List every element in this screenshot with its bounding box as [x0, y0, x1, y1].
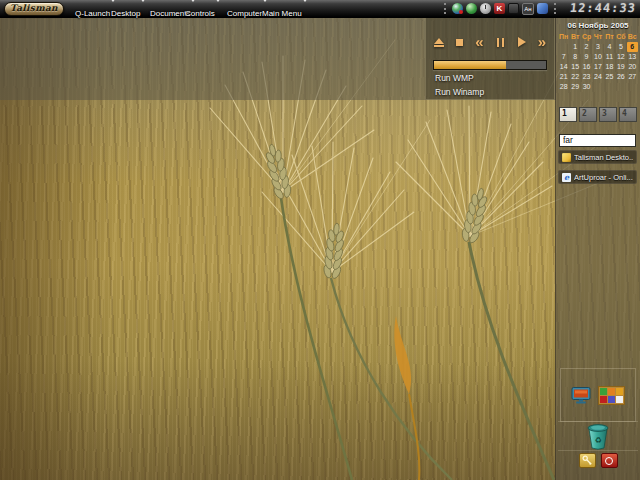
calendar-day[interactable]: 19 [615, 62, 626, 72]
calendar-day-selected[interactable]: 6 [627, 42, 638, 52]
menu-label: Main Menu [262, 9, 302, 18]
chevron-down-icon [140, 0, 146, 19]
color-theme-icon[interactable] [598, 386, 625, 405]
calendar-day-empty [615, 82, 626, 92]
menu-label: Desktop [111, 9, 140, 18]
stop-button[interactable] [456, 39, 463, 46]
tray-separator [444, 3, 446, 14]
forward-button[interactable]: » [538, 36, 546, 48]
calendar-day[interactable]: 12 [615, 52, 626, 62]
desktop-pager: 1 2 3 4 [559, 107, 637, 122]
antivirus-tray-icon[interactable]: K [494, 3, 505, 14]
menu-label: Q-Launch [75, 9, 110, 18]
colorful-globe-tray-icon[interactable] [452, 3, 463, 14]
run-wmp-link[interactable]: Run WMP [435, 73, 474, 83]
power-section [556, 453, 640, 468]
calendar-day[interactable]: 18 [604, 62, 615, 72]
menu-desktop[interactable]: Desktop [111, 2, 146, 20]
calendar-day[interactable]: 7 [558, 52, 569, 62]
desktop-pager-button-2[interactable]: 2 [579, 107, 597, 122]
rewind-button[interactable]: « [475, 36, 483, 48]
desktop-pager-button-1[interactable]: 1 [559, 107, 577, 122]
calendar-title: 06 Ноябрь 2005 [558, 21, 638, 32]
calendar-day[interactable]: 3 [592, 42, 603, 52]
calendar-day[interactable]: 22 [569, 72, 580, 82]
calendar-day[interactable]: 26 [615, 72, 626, 82]
display-settings-icon[interactable] [571, 387, 591, 404]
chevron-down-icon [302, 0, 308, 19]
calendar-day[interactable]: 4 [604, 42, 615, 52]
language-indicator-tray-icon[interactable]: Ан [522, 3, 534, 15]
talisman-logo[interactable]: Talisman [4, 2, 64, 16]
svg-text:♻: ♻ [594, 436, 601, 445]
calendar-day[interactable]: 20 [627, 62, 638, 72]
desktop-pager-button-3[interactable]: 3 [599, 107, 617, 122]
media-progress-fill [434, 61, 506, 69]
recycle-bin-icon[interactable]: ♻ [585, 423, 611, 450]
taskbar-item-artuproar[interactable]: e ArtUproar - Onli... [558, 170, 637, 184]
calendar-day-empty [627, 82, 638, 92]
weekday-label: Пт [604, 32, 615, 42]
desktop-screen: « » Run WMP Run Winamp 06 Ноябрь 2005 Пн… [0, 0, 640, 480]
calendar-day[interactable]: 13 [627, 52, 638, 62]
weekday-label: Чт [592, 32, 603, 42]
menu-q-launch[interactable]: Q-Launch [75, 2, 116, 20]
pause-button[interactable] [496, 38, 506, 47]
sidebar-divider [558, 450, 638, 451]
calendar-day[interactable]: 1 [569, 42, 580, 52]
calendar-day[interactable]: 29 [569, 82, 580, 92]
device-tray-icon[interactable] [508, 3, 519, 14]
weekday-label: Вт [569, 32, 580, 42]
media-panel: « » Run WMP Run Winamp [425, 17, 555, 100]
calendar-day[interactable]: 15 [569, 62, 580, 72]
desktop-pager-button-4[interactable]: 4 [619, 107, 637, 122]
calendar-day[interactable]: 27 [627, 72, 638, 82]
calendar-day[interactable]: 30 [581, 82, 592, 92]
eject-button[interactable] [434, 38, 444, 47]
calendar-day[interactable]: 21 [558, 72, 569, 82]
menu-main-menu[interactable]: Main Menu [262, 2, 308, 20]
weekday-label: Сб [615, 32, 626, 42]
weekday-label: Вс [627, 32, 638, 42]
messenger-tray-icon[interactable] [537, 3, 548, 14]
run-command-input[interactable] [559, 134, 636, 147]
calendar-day[interactable]: 11 [604, 52, 615, 62]
calendar-grid: Пн Вт Ср Чт Пт Сб Вс 1 2 3 4 5 6 7 8 9 1… [558, 32, 638, 92]
calendar-day[interactable]: 16 [581, 62, 592, 72]
calendar-day[interactable]: 25 [604, 72, 615, 82]
calendar-day[interactable]: 17 [592, 62, 603, 72]
weekday-label: Пн [558, 32, 569, 42]
note-icon [562, 153, 571, 162]
clock-tray-icon[interactable] [480, 3, 491, 14]
menu-label: Computer [227, 9, 262, 18]
calendar-day[interactable]: 2 [581, 42, 592, 52]
sidebar: 06 Ноябрь 2005 Пн Вт Ср Чт Пт Сб Вс 1 2 … [555, 17, 640, 480]
calendar: 06 Ноябрь 2005 Пн Вт Ср Чт Пт Сб Вс 1 2 … [558, 21, 638, 92]
internet-explorer-icon: e [562, 173, 571, 182]
play-button[interactable] [518, 37, 526, 47]
calendar-day[interactable]: 23 [581, 72, 592, 82]
media-controls: « » [434, 34, 546, 50]
taskbar-item-label: Talisman Deskto... [574, 153, 633, 162]
taskbar-item-label: ArtUproar - Onli... [574, 173, 633, 182]
power-off-button[interactable] [601, 453, 618, 468]
run-winamp-link[interactable]: Run Winamp [435, 87, 484, 97]
media-progress-bar[interactable] [433, 60, 547, 70]
calendar-day[interactable]: 24 [592, 72, 603, 82]
calendar-day[interactable]: 10 [592, 52, 603, 62]
power-icon [605, 457, 613, 465]
calendar-day-empty [558, 42, 569, 52]
key-icon [582, 455, 593, 466]
lock-key-button[interactable] [579, 453, 596, 468]
menu-controls[interactable]: Controls [185, 2, 221, 20]
chevron-down-icon [215, 0, 221, 19]
calendar-day[interactable]: 5 [615, 42, 626, 52]
calendar-day-empty [592, 82, 603, 92]
taskbar-item-talisman[interactable]: Talisman Deskto... [558, 150, 637, 164]
calendar-day[interactable]: 14 [558, 62, 569, 72]
calendar-day[interactable]: 28 [558, 82, 569, 92]
digital-clock: 12:44:33 [569, 1, 636, 15]
calendar-day[interactable]: 9 [581, 52, 592, 62]
green-globe-tray-icon[interactable] [466, 3, 477, 14]
calendar-day[interactable]: 8 [569, 52, 580, 62]
